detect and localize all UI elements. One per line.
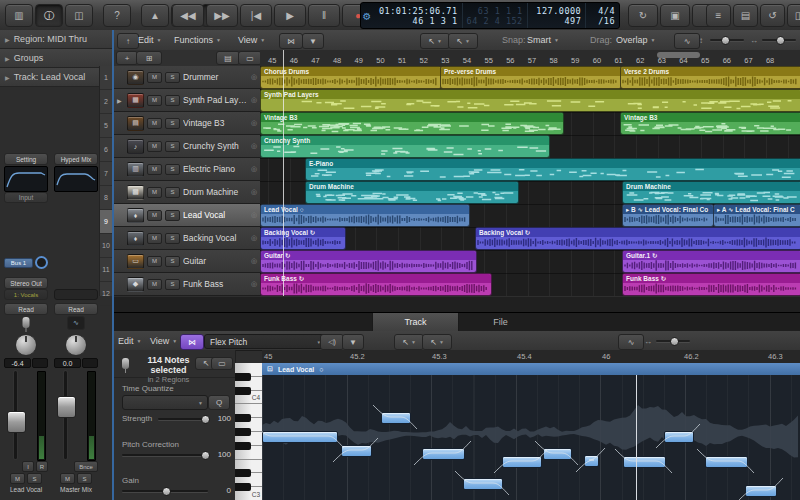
piano-black-key[interactable]	[235, 442, 251, 450]
region-synth-pad-layers[interactable]: Synth Pad Layers	[260, 89, 800, 112]
toolbar-toggle-button[interactable]: ◫	[65, 4, 93, 27]
list-editors-button[interactable]: ≡	[706, 4, 731, 27]
input-slot[interactable]: Input	[4, 192, 48, 203]
track-solo-button[interactable]: S	[165, 256, 180, 267]
track-hide-button[interactable]: ▭	[238, 51, 262, 65]
tab-track[interactable]: Track	[372, 313, 459, 331]
ruler-bar-63[interactable]: 63	[658, 56, 666, 65]
playhead[interactable]	[283, 50, 284, 296]
rewind-button[interactable]: ◀◀	[172, 4, 204, 27]
track-solo-button[interactable]: S	[165, 279, 180, 290]
display-option-button[interactable]: ▭	[211, 357, 233, 370]
send-slot[interactable]: Bus 1	[4, 258, 33, 268]
editor-beat-ruler[interactable]: 4545.245.345.44646.246.3	[262, 350, 800, 364]
track-lane-6[interactable]: Crunchy Synth	[260, 135, 800, 159]
disclosure-triangle-icon[interactable]: ▶	[117, 97, 122, 104]
region-backing-vocal[interactable]: Backing Vocal ↻	[475, 227, 800, 250]
region-lead-vocal-final-c[interactable]: ▸ A ∿ Lead Vocal: Final C	[713, 204, 800, 227]
piano-keyboard[interactable]: C4C3	[235, 363, 262, 500]
lcd-division[interactable]: /16	[590, 16, 615, 26]
left-click-tool-menu[interactable]: ↖▼	[394, 334, 424, 350]
ruler-bar-59[interactable]: 59	[571, 56, 579, 65]
piano-black-key[interactable]	[235, 469, 251, 477]
ruler-bar-64[interactable]: 64	[679, 56, 687, 65]
ruler-bar-51[interactable]: 51	[398, 56, 406, 65]
ruler-bar-65[interactable]: 65	[701, 56, 709, 65]
view-menu[interactable]: View▼	[238, 33, 265, 47]
input-monitor-icon[interactable]: ◎	[251, 96, 257, 104]
slider-thumb[interactable]	[162, 487, 171, 496]
eq-thumbnail[interactable]	[4, 166, 48, 192]
track-number-12[interactable]: 12	[100, 282, 112, 306]
track-mute-button[interactable]: M	[147, 279, 162, 290]
editor-ruler-tick-45.3[interactable]: 45.3	[432, 352, 447, 361]
track-lane-10[interactable]: Backing Vocal ↻Backing Vocal ↻	[260, 227, 800, 251]
mute-button[interactable]: M	[60, 473, 75, 484]
snap-menu[interactable]: Smart▼	[527, 33, 559, 47]
track-solo-button[interactable]: S	[165, 95, 180, 106]
output-slot[interactable]: Stereo Out	[4, 277, 48, 289]
input-monitor-icon[interactable]: ◎	[251, 188, 257, 196]
track-mute-button[interactable]: M	[147, 95, 162, 106]
track-header-crunchy-synth[interactable]: ♪MSCrunchy Synth◎	[114, 135, 260, 158]
piano-black-key[interactable]	[235, 483, 251, 491]
input-monitor-icon[interactable]: ◎	[251, 119, 257, 127]
editor-edit-menu[interactable]: Edit▼	[118, 334, 141, 348]
track-mute-button[interactable]: M	[147, 210, 162, 221]
region-verse-2-drums[interactable]: Verse 2 Drums	[620, 66, 800, 89]
track-sort-button[interactable]: ▤	[216, 51, 240, 65]
group-slot[interactable]: 1: Vocals	[4, 289, 48, 300]
track-number-5[interactable]: 5	[100, 114, 112, 138]
track-solo-button[interactable]: S	[165, 210, 180, 221]
editor-ruler-tick-46[interactable]: 46	[602, 352, 610, 361]
pan-knob[interactable]	[15, 334, 37, 356]
piano-black-key[interactable]	[235, 414, 251, 422]
empty-slot[interactable]	[54, 289, 98, 300]
left-click-tool-menu[interactable]: ↖▼	[420, 33, 450, 49]
functions-menu[interactable]: Functions▼	[174, 33, 221, 47]
pan-knob[interactable]	[65, 334, 87, 356]
ruler-bar-67[interactable]: 67	[744, 56, 752, 65]
track-header-synth-pad-layers[interactable]: ▶▦MSSynth Pad Layers◎	[114, 89, 260, 112]
ruler-bar-55[interactable]: 55	[485, 56, 493, 65]
track-header-funk-bass[interactable]: ◆MSFunk Bass◎	[114, 273, 260, 296]
lcd-tempo-sub[interactable]: 497	[532, 16, 582, 26]
region-drum-machine[interactable]: Drum Machine	[305, 181, 519, 204]
note-filter-button[interactable]: ▼	[342, 334, 364, 350]
ruler-bar-66[interactable]: 66	[723, 56, 731, 65]
ruler-bar-68[interactable]: 68	[766, 56, 774, 65]
editor-ruler-tick-45.4[interactable]: 45.4	[517, 352, 532, 361]
lcd-smpte-time[interactable]: 01:01:25:06.71	[376, 6, 457, 16]
track-mute-button[interactable]: M	[147, 233, 162, 244]
channel-setting-button[interactable]: Setting	[4, 153, 48, 165]
ruler-bar-60[interactable]: 60	[593, 56, 601, 65]
slider-thumb[interactable]	[201, 451, 210, 460]
track-mute-button[interactable]: M	[147, 141, 162, 152]
volume-display[interactable]: 0.0	[54, 358, 98, 368]
disclosure-triangle-icon[interactable]: ▶	[5, 36, 10, 43]
flex-button[interactable]: ⋈	[180, 334, 204, 350]
flex-mode-select[interactable]: Flex Pitch ▾	[204, 334, 326, 349]
groups-inspector-header[interactable]: ▶ Groups	[0, 49, 112, 68]
track-mute-button[interactable]: M	[147, 72, 162, 83]
forward-button[interactable]: ▶▶	[206, 4, 238, 27]
track-mute-button[interactable]: M	[147, 187, 162, 198]
time-quantize-select[interactable]: ▼	[122, 395, 208, 410]
ruler-bar-49[interactable]: 49	[355, 56, 363, 65]
volume-fader[interactable]	[57, 371, 81, 459]
lcd-time-signature[interactable]: 4/4	[590, 6, 615, 16]
track-lane-8[interactable]: Drum MachineDrum Machine	[260, 181, 800, 205]
solo-button[interactable]: S	[77, 473, 92, 484]
piano-black-key[interactable]	[235, 428, 251, 436]
input-monitor-icon[interactable]: ◎	[251, 165, 257, 173]
track-number-11[interactable]: 11	[100, 258, 112, 282]
drag-menu[interactable]: Overlap▼	[616, 33, 655, 47]
fader-thumb[interactable]	[7, 411, 26, 433]
command-click-tool-menu[interactable]: ↖▼	[422, 334, 452, 350]
ruler-bar-54[interactable]: 54	[463, 56, 471, 65]
library-button[interactable]: ▥	[5, 4, 33, 27]
volume-fader[interactable]	[7, 371, 31, 459]
horizontal-zoom-slider[interactable]	[762, 39, 796, 41]
strength-slider[interactable]	[158, 418, 208, 420]
mute-button[interactable]: M	[10, 473, 25, 484]
